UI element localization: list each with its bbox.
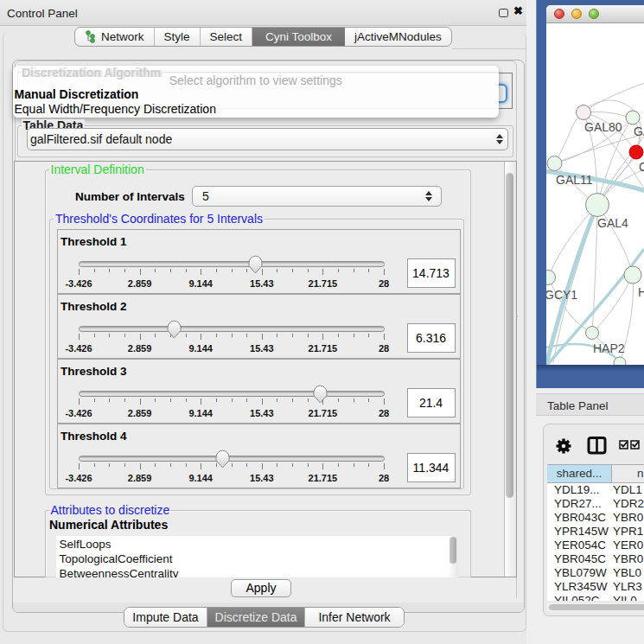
svg-text:H: H [638, 285, 644, 299]
svg-text:GAL11: GAL11 [556, 173, 593, 187]
svg-text:CY: CY [639, 160, 644, 174]
svg-text:GA: GA [634, 124, 644, 138]
svg-text:HAP2: HAP2 [593, 341, 625, 355]
svg-text:GAL4: GAL4 [597, 216, 628, 230]
svg-text:GAL80: GAL80 [584, 120, 622, 134]
svg-text:GCY1: GCY1 [546, 288, 577, 302]
